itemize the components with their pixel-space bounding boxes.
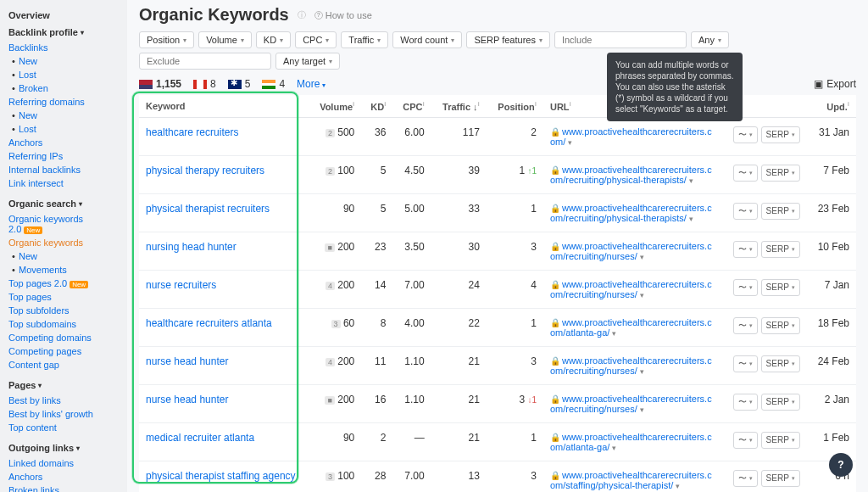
serp-button[interactable]: SERP [761, 432, 800, 449]
cell-url[interactable]: 🔒www.proactivehealthcarerecruiters.com/ … [543, 117, 719, 155]
cell-keyword[interactable]: physical therapist staffing agency [139, 461, 309, 492]
chart-button[interactable]: 〜 [733, 355, 758, 372]
chevron-down-icon[interactable]: ▾ [640, 253, 644, 261]
sidebar-best-by-links-growth[interactable]: Best by links' growth [0, 407, 127, 421]
chevron-down-icon[interactable]: ▾ [640, 405, 644, 414]
sidebar-organic-keywords-20[interactable]: Organic keywords 2.0New [0, 212, 127, 236]
sidebar-out-anchors[interactable]: Anchors [0, 470, 127, 484]
sidebar-backlinks-new[interactable]: New [0, 54, 127, 68]
serp-button[interactable]: SERP [761, 317, 800, 334]
filter-serp-features[interactable]: SERP features [466, 31, 550, 48]
how-to-use-link[interactable]: ?How to use [314, 10, 372, 20]
chevron-down-icon[interactable]: ▾ [640, 367, 644, 376]
cell-keyword[interactable]: medical recruiter atlanta [139, 422, 309, 461]
sidebar-broken-links[interactable]: Broken links [0, 484, 127, 492]
cell-url[interactable]: 🔒www.proactivehealthcarerecruiters.com/r… [543, 346, 719, 384]
chevron-down-icon[interactable]: ▾ [568, 138, 572, 147]
chevron-down-icon[interactable]: ▾ [640, 291, 644, 299]
sidebar-backlink-profile[interactable]: Backlink profile [0, 24, 127, 41]
sidebar-backlinks-lost[interactable]: Lost [0, 68, 127, 81]
country-uk[interactable]: 5 [228, 78, 251, 90]
serp-button[interactable]: SERP [761, 355, 800, 372]
serp-button[interactable]: SERP [761, 241, 800, 258]
filter-traffic[interactable]: Traffic [341, 31, 388, 48]
filter-cpc[interactable]: CPC [295, 31, 337, 48]
cell-keyword[interactable]: nurse recruiters [139, 270, 309, 308]
chart-button[interactable]: 〜 [733, 165, 758, 182]
sidebar-outgoing-links[interactable]: Outgoing links [0, 439, 127, 456]
sidebar-referring-domains[interactable]: Referring domains [0, 95, 127, 109]
sidebar-rd-new[interactable]: New [0, 109, 127, 122]
serp-button[interactable]: SERP [761, 203, 800, 220]
cell-keyword[interactable]: nurse head hunter [139, 384, 309, 422]
filter-kd[interactable]: KD [256, 31, 291, 48]
col-keyword[interactable]: Keyword [139, 95, 309, 117]
sidebar-content-gap[interactable]: Content gap [0, 358, 127, 372]
cell-keyword[interactable]: nurse head hunter [139, 346, 309, 384]
sidebar-link-intersect[interactable]: Link intersect [0, 176, 127, 190]
sidebar-rd-lost[interactable]: Lost [0, 122, 127, 136]
countries-more[interactable]: More [297, 78, 326, 90]
cell-url[interactable]: 🔒www.proactivehealthcarerecruiters.com/r… [543, 193, 719, 232]
filter-word-count[interactable]: Word count [392, 31, 462, 48]
chart-button[interactable]: 〜 [733, 317, 758, 334]
sidebar-best-by-links[interactable]: Best by links [0, 394, 127, 407]
sidebar-backlinks[interactable]: Backlinks [0, 41, 127, 54]
sidebar-pages[interactable]: Pages [0, 377, 127, 394]
cell-url[interactable]: 🔒www.proactivehealthcarerecruiters.com/r… [543, 155, 719, 193]
sidebar-competing-pages[interactable]: Competing pages [0, 344, 127, 358]
export-button[interactable]: ▣Export [814, 78, 856, 90]
sidebar-backlinks-broken[interactable]: Broken [0, 81, 127, 95]
cell-url[interactable]: 🔒www.proactivehealthcarerecruiters.com/a… [543, 308, 719, 346]
chart-button[interactable]: 〜 [733, 470, 758, 487]
serp-button[interactable]: SERP [761, 165, 800, 182]
help-button[interactable]: ? [829, 453, 853, 477]
country-in[interactable]: 4 [262, 78, 285, 90]
chart-button[interactable]: 〜 [733, 241, 758, 258]
serp-button[interactable]: SERP [761, 394, 800, 411]
chevron-down-icon[interactable]: ▾ [689, 215, 693, 223]
col-volume[interactable]: Volumei [309, 95, 361, 117]
exclude-input[interactable] [139, 53, 271, 70]
sidebar-ok-movements[interactable]: Movements [0, 263, 127, 277]
cell-keyword[interactable]: nursing head hunter [139, 232, 309, 270]
sidebar-top-subfolders[interactable]: Top subfolders [0, 304, 127, 317]
filter-include-any[interactable]: Any [691, 31, 729, 48]
country-us[interactable]: 1,155 [139, 78, 181, 90]
include-input[interactable] [554, 31, 687, 48]
chevron-down-icon[interactable]: ▾ [676, 482, 680, 490]
col-kd[interactable]: KDi [361, 95, 392, 117]
serp-button[interactable]: SERP [761, 470, 800, 487]
sidebar-ok-new[interactable]: New [0, 249, 127, 263]
cell-keyword[interactable]: healthcare recruiters atlanta [139, 308, 309, 346]
sidebar-organic-search[interactable]: Organic search [0, 195, 127, 212]
sidebar-internal-backlinks[interactable]: Internal backlinks [0, 163, 127, 176]
chevron-down-icon[interactable]: ▾ [612, 329, 616, 338]
filter-volume[interactable]: Volume [198, 31, 252, 48]
col-cpc[interactable]: CPCi [392, 95, 431, 117]
chart-button[interactable]: 〜 [733, 394, 758, 411]
col-traffic[interactable]: Traffic ↓i [431, 95, 487, 117]
cell-keyword[interactable]: physical therapist recruiters [139, 193, 309, 232]
country-ca[interactable]: 8 [193, 78, 216, 90]
chevron-down-icon[interactable]: ▾ [689, 176, 693, 185]
chart-button[interactable]: 〜 [733, 432, 758, 449]
cell-keyword[interactable]: healthcare recruiters [139, 117, 309, 155]
chart-button[interactable]: 〜 [733, 279, 758, 296]
cell-keyword[interactable]: physical therapy recruiters [139, 155, 309, 193]
sidebar-top-pages-20[interactable]: Top pages 2.0New [0, 277, 127, 290]
sidebar-top-content[interactable]: Top content [0, 421, 127, 434]
sidebar-linked-domains[interactable]: Linked domains [0, 456, 127, 470]
cell-url[interactable]: 🔒www.proactivehealthcarerecruiters.com/r… [543, 232, 719, 270]
cell-url[interactable]: 🔒www.proactivehealthcarerecruiters.com/s… [543, 461, 719, 492]
sidebar-top-pages[interactable]: Top pages [0, 290, 127, 304]
cell-url[interactable]: 🔒www.proactivehealthcarerecruiters.com/r… [543, 384, 719, 422]
filter-any-target[interactable]: Any target [275, 53, 340, 70]
cell-url[interactable]: 🔒www.proactivehealthcarerecruiters.com/r… [543, 270, 719, 308]
chart-button[interactable]: 〜 [733, 203, 758, 220]
chart-button[interactable]: 〜 [733, 126, 758, 143]
sidebar-overview[interactable]: Overview [0, 7, 127, 24]
sidebar-competing-domains[interactable]: Competing domains [0, 331, 127, 344]
serp-button[interactable]: SERP [761, 126, 800, 143]
cell-url[interactable]: 🔒www.proactivehealthcarerecruiters.com/a… [543, 422, 719, 461]
